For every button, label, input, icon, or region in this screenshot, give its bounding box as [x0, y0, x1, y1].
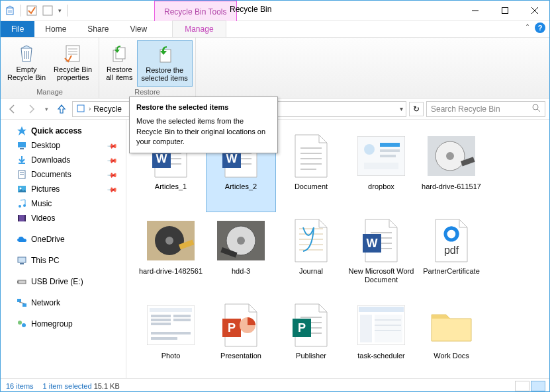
recycle-bin-properties-button[interactable]: Recycle Bin properties — [50, 40, 96, 87]
maximize-button[interactable] — [490, 1, 520, 20]
file-item[interactable]: task-scheduler — [346, 297, 416, 378]
file-thumbnail — [217, 217, 265, 264]
nav-back-button[interactable] — [5, 101, 21, 117]
svg-text:P: P — [228, 321, 236, 334]
file-item[interactable]: Document — [276, 128, 346, 212]
file-item[interactable]: hdd-3 — [206, 212, 276, 297]
svg-point-73 — [165, 237, 173, 245]
file-item[interactable]: hard-drive-611517 — [416, 128, 486, 212]
svg-rect-94 — [151, 315, 171, 317]
refresh-button[interactable]: ↻ — [409, 102, 424, 116]
file-item[interactable]: Photo — [136, 297, 206, 378]
status-bar: 16 items 1 item selected 15.1 KB — [1, 378, 549, 392]
sidebar-usb-drive[interactable]: USB Drive (E:) — [1, 274, 126, 289]
sidebar-item-videos[interactable]: Videos — [1, 211, 126, 225]
file-name: Photo — [161, 352, 181, 360]
tab-home[interactable]: Home — [34, 21, 77, 37]
large-icons-view-button[interactable] — [531, 381, 545, 391]
sidebar-this-pc[interactable]: This PC — [1, 253, 126, 268]
restore-all-button[interactable]: Restore all items — [102, 40, 136, 87]
sidebar-item-pictures[interactable]: Pictures📌 — [1, 182, 126, 196]
downloads-icon — [17, 155, 27, 165]
file-thumbnail — [287, 217, 335, 264]
svg-point-43 — [22, 323, 26, 327]
svg-line-20 — [537, 109, 540, 112]
file-item[interactable]: pdfPartnerCertificate — [416, 212, 486, 297]
file-name: New Microsoft Word Document — [348, 267, 414, 284]
search-input[interactable]: Search Recycle Bin — [426, 101, 545, 117]
nav-history-button[interactable]: ▾ — [42, 101, 51, 117]
breadcrumb-location[interactable]: Recycle — [93, 104, 122, 114]
file-thumbnail — [147, 301, 195, 349]
properties-sheet-icon — [63, 43, 83, 64]
file-name: Journal — [299, 267, 323, 276]
sidebar-quick-access[interactable]: Quick access — [1, 124, 126, 138]
desktop-icon — [17, 140, 27, 151]
svg-rect-96 — [151, 323, 171, 325]
file-item[interactable]: Work Docs — [416, 297, 486, 378]
sidebar-item-music[interactable]: Music — [1, 196, 126, 211]
status-item-count: 16 items — [6, 382, 34, 390]
sidebar-label: Homegroup — [31, 319, 73, 329]
sidebar-item-documents[interactable]: Documents📌 — [1, 167, 126, 182]
tab-manage[interactable]: Manage — [172, 20, 226, 37]
status-size: 15.1 KB — [94, 382, 120, 390]
svg-point-29 — [20, 188, 22, 190]
svg-rect-40 — [23, 303, 26, 307]
qat-blank-icon[interactable] — [42, 5, 53, 16]
ribbon: Empty Recycle Bin Recycle Bin properties… — [1, 38, 549, 98]
file-thumbnail — [287, 132, 335, 180]
file-item[interactable]: hard-drive-1482561 — [136, 212, 206, 297]
ribbon-collapse-icon[interactable]: ˄ — [526, 23, 529, 32]
svg-text:P: P — [298, 321, 306, 334]
tab-share[interactable]: Share — [77, 21, 119, 37]
nav-up-button[interactable] — [54, 101, 69, 117]
close-button[interactable] — [520, 1, 549, 20]
file-thumbnail: P — [287, 301, 335, 349]
svg-rect-35 — [18, 257, 26, 262]
details-view-button[interactable] — [515, 381, 529, 391]
sidebar-homegroup[interactable]: Homegroup — [1, 317, 126, 331]
sidebar-network[interactable]: Network — [1, 295, 126, 310]
file-thumbnail: W — [357, 217, 405, 264]
sidebar-label: Documents — [31, 170, 71, 179]
sidebar-item-downloads[interactable]: Downloads📌 — [1, 153, 126, 167]
ribbon-btn-label: Restore all items — [106, 65, 132, 81]
homegroup-icon — [17, 319, 27, 329]
navigation-pane: Quick access Desktop📌Downloads📌Documents… — [1, 120, 126, 378]
svg-rect-5 — [502, 7, 508, 13]
sidebar-label: Desktop — [31, 141, 60, 150]
file-name: PartnerCertificate — [423, 267, 480, 276]
svg-marker-21 — [17, 126, 26, 136]
recycle-bin-small-icon — [75, 102, 86, 115]
svg-line-41 — [19, 302, 24, 303]
file-list[interactable]: WArticles_1WArticles_2Documentdropboxhar… — [126, 120, 549, 378]
address-dropdown-icon[interactable]: ▾ — [400, 105, 403, 112]
svg-point-77 — [237, 237, 245, 245]
empty-bin-icon — [17, 43, 36, 64]
empty-recycle-bin-button[interactable]: Empty Recycle Bin — [3, 40, 50, 87]
svg-rect-111 — [359, 307, 404, 312]
file-item[interactable]: WNew Microsoft Word Document — [346, 212, 416, 297]
svg-rect-65 — [380, 155, 396, 157]
minimize-button[interactable] — [460, 1, 490, 20]
qat-customize-icon[interactable]: ▾ — [58, 7, 62, 14]
restore-all-icon — [109, 43, 129, 64]
restore-selected-button[interactable]: Restore the selected items — [137, 40, 193, 87]
documents-icon — [17, 169, 27, 180]
nav-forward-button[interactable] — [23, 101, 39, 117]
file-item[interactable]: PPublisher — [276, 297, 346, 378]
help-icon[interactable]: ? — [535, 22, 545, 33]
properties-checkbox-icon[interactable] — [26, 5, 37, 16]
breadcrumb-arrow-icon[interactable]: › — [89, 105, 91, 112]
sidebar-item-desktop[interactable]: Desktop📌 — [1, 138, 126, 153]
tab-view[interactable]: View — [119, 21, 158, 37]
file-item[interactable]: dropbox — [346, 128, 416, 212]
sidebar-onedrive[interactable]: OneDrive — [1, 232, 126, 247]
tab-file[interactable]: File — [1, 21, 34, 37]
file-item[interactable]: PPresentation — [206, 297, 276, 378]
svg-point-31 — [23, 204, 26, 207]
file-thumbnail — [357, 132, 405, 180]
svg-rect-95 — [151, 319, 171, 321]
file-item[interactable]: Journal — [276, 212, 346, 297]
